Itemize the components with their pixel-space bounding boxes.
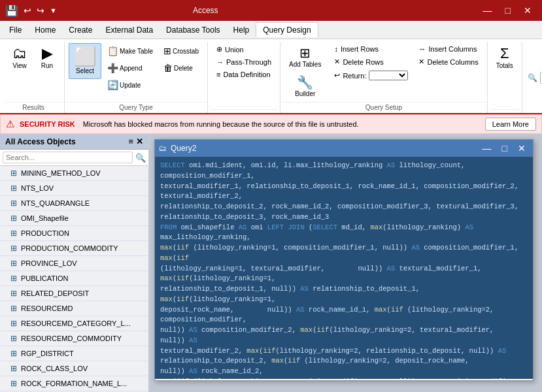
sidebar-item[interactable]: ⊞PUBLICATION [0,271,148,286]
sidebar-item-label: PRODUCTION [21,229,69,237]
menu-query-design[interactable]: Query Design [256,22,318,37]
app-title: Access [193,6,218,15]
update-button[interactable]: 🔄 Update [103,77,158,93]
sidebar-item[interactable]: ⊞RESOURCEMD [0,301,148,316]
menu-create[interactable]: Create [62,23,99,37]
query-title: Query2 [171,144,475,153]
sidebar-item-label: RESOURCEMD [21,304,73,312]
run-label: Run [41,62,53,69]
undo-btn[interactable]: ↩ [24,5,31,16]
query-icon: 🗂 [159,144,167,153]
query-type-group-label: Query Type [67,102,205,113]
menu-database-tools[interactable]: Database Tools [160,23,227,37]
query-restore-btn[interactable]: □ [499,142,511,154]
data-definition-label: Data Definition [223,71,270,78]
totals-label: Totals [496,62,513,69]
sidebar-item[interactable]: ⊞NTS_LOV [0,181,148,196]
add-tables-button[interactable]: ⊞ Add Tables [284,43,326,71]
ribbon-group-query-setup: ⊞ Add Tables 🔧 Builder ↕ Insert Rows ✕ [280,42,488,113]
security-title: SECURITY RISK [20,120,75,128]
query-minimize-btn[interactable]: — [479,142,495,154]
menu-home[interactable]: Home [28,23,62,37]
make-table-icon: 📋 [107,46,118,56]
table-icon: ⊞ [10,349,17,358]
totals-button[interactable]: Σ Totals [492,43,518,73]
delete-columns-icon: ✕ [418,57,424,66]
query-close-btn[interactable]: ✕ [515,142,529,154]
sidebar-item[interactable]: ⊞PRODUCTION_COMMODITY [0,241,148,256]
delete-button[interactable]: 🗑 Delete [159,60,203,76]
sidebar-close-icon[interactable]: ✕ [136,137,143,146]
sidebar-item[interactable]: ⊞MINING_METHOD_LOV [0,166,148,181]
results-group-label: Results [5,102,61,113]
insert-columns-icon: ↔ [418,45,426,53]
select-button[interactable]: ⬜ Select [69,43,101,79]
query-content[interactable]: SELECT omi.mdi_ident, omi.id, li.max_lit… [155,157,533,379]
close-btn[interactable]: ✕ [518,4,537,17]
sidebar-header: All Access Objects ≡ ✕ [0,134,148,150]
table-icon: ⊞ [10,274,17,283]
table-icon: ⊞ [10,184,17,193]
sidebar-item-label: OMI_Shapefile [21,214,69,222]
maximize-btn[interactable]: □ [500,4,516,17]
sidebar-item[interactable]: ⊞RESOURCEMD_COMMODITY [0,331,148,346]
menu-file[interactable]: File [3,23,28,37]
redo-btn[interactable]: ↪ [37,5,44,16]
sidebar-item[interactable]: ⊞ROCK_FORMATION_NAME_L... [0,376,148,391]
sidebar-search-input[interactable] [3,152,133,163]
insert-columns-button[interactable]: ↔ Insert Columns [414,43,483,55]
union-button[interactable]: ⊕ Union [212,43,276,56]
sidebar-item-label: PROVINCE_LOV [21,259,77,267]
sidebar-item[interactable]: ⊞PRODUCTION [0,226,148,241]
save-icon[interactable]: 💾 [5,5,18,17]
delete-columns-button[interactable]: ✕ Delete Columns [414,56,483,68]
security-warn-icon: ⚠ [6,118,14,130]
view-button[interactable]: 🗂 View [7,43,33,73]
sidebar-item[interactable]: ⊞RESOURCEMD_CATEGORY_L... [0,316,148,331]
passthrough-button[interactable]: → Pass-Through [212,56,276,68]
builder-button[interactable]: 🔧 Builder [284,73,326,101]
crosstab-button[interactable]: ⊞ Crosstab [159,43,203,59]
sidebar-item-label: ROCK_CLASS_LOV [21,365,88,372]
title-bar-text: ▼ [50,7,57,14]
sidebar-item-label: RGP_DISTRICT [21,350,74,357]
sidebar-item[interactable]: ⊞NTS_QUADRANGLE [0,196,148,211]
table-icon: ⊞ [10,334,17,343]
insert-rows-label: Insert Rows [341,45,379,53]
data-definition-button[interactable]: ≡ Data Definition [212,69,276,80]
sidebar-item[interactable]: ⊞OMI_Shapefile [0,211,148,226]
make-table-button[interactable]: 📋 Make Table [103,43,158,59]
sidebar-item[interactable]: ⊞RGP_DISTRICT [0,346,148,361]
table-icon: ⊞ [10,289,17,298]
insert-columns-label: Insert Columns [428,45,477,53]
ribbon: 🗂 View ▶ Run Results ⬜ Select 📋 [0,39,542,114]
learn-more-button[interactable]: Learn More [485,118,536,131]
passthrough-label: Pass-Through [226,58,271,66]
menu-bar: File Home Create External Data Database … [0,21,542,39]
run-button[interactable]: ▶ Run [34,43,60,73]
menu-external-data[interactable]: External Data [99,23,160,37]
sidebar-menu-icon[interactable]: ≡ [128,137,133,146]
return-select[interactable] [369,71,408,80]
return-button[interactable]: ↩ Return: [330,69,413,82]
menu-help[interactable]: Help [227,23,256,37]
append-button[interactable]: ➕ Append [103,60,158,76]
sidebar-item-label: RELATED_DEPOSIT [21,289,89,297]
sidebar-item[interactable]: ⊞PROVINCE_LOV [0,256,148,271]
delete-label: Delete [174,65,193,72]
minimize-btn[interactable]: — [478,4,498,17]
table-icon: ⊞ [10,319,17,328]
sidebar-search-btn[interactable]: 🔍 [135,153,146,163]
delete-rows-button[interactable]: ✕ Delete Rows [330,56,413,68]
totals-group-label [490,109,519,113]
title-bar-left: 💾 ↩ ↪ ▼ Access [5,5,218,17]
sidebar-item[interactable]: ⊞ROCK_CLASS_LOV [0,361,148,376]
table-icon: ⊞ [10,364,17,373]
sidebar-list: ⊞MINING_METHOD_LOV⊞NTS_LOV⊞NTS_QUADRANGL… [0,166,148,392]
sidebar-item[interactable]: ⊞RELATED_DEPOSIT [0,286,148,301]
insert-rows-button[interactable]: ↕ Insert Rows [330,43,413,55]
append-icon: ➕ [107,63,118,73]
search-icon: 🔍 [528,73,537,82]
query-window: 🗂 Query2 — □ ✕ SELECT omi.mdi_ident, omi… [154,139,534,381]
union-label: Union [225,46,244,54]
